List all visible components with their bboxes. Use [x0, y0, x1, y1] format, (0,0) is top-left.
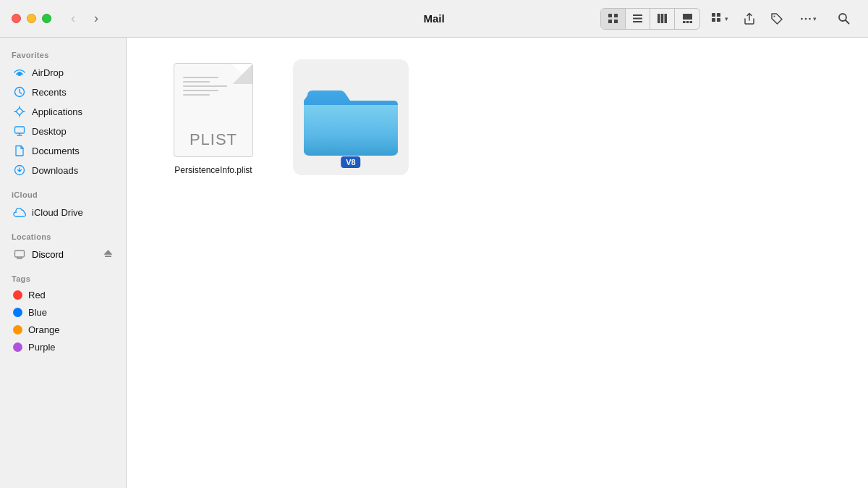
desktop-label: Desktop	[32, 126, 67, 137]
plist-line-2	[183, 81, 210, 83]
purple-tag-dot	[13, 342, 22, 352]
blue-tag-label: Blue	[28, 307, 47, 318]
list-view-button[interactable]	[626, 9, 650, 29]
plist-line-4	[183, 90, 218, 91]
sidebar-item-discord[interactable]: Discord	[13, 248, 64, 261]
view-group	[600, 8, 700, 30]
tag-button[interactable]	[764, 6, 790, 32]
title-bar: ‹ › Mail	[0, 0, 868, 38]
plist-file-name: PersistenceInfo.plist	[174, 165, 252, 175]
favorites-section-title: Favorites	[0, 46, 126, 62]
sidebar-item-applications[interactable]: Applications	[4, 102, 122, 121]
main-area: Favorites AirDrop Recents	[0, 38, 868, 488]
sidebar-item-documents[interactable]: Documents	[4, 141, 122, 160]
recents-icon	[13, 85, 26, 98]
more-button-wrapper: ▾	[791, 6, 825, 32]
purple-tag-label: Purple	[28, 342, 56, 353]
folder-icon	[304, 77, 398, 157]
sidebar-item-desktop[interactable]: Desktop	[4, 122, 122, 140]
traffic-lights	[12, 14, 51, 23]
sidebar-item-tag-blue[interactable]: Blue	[4, 304, 122, 321]
airdrop-label: AirDrop	[32, 67, 64, 78]
svg-line-23	[846, 20, 849, 24]
svg-rect-25	[15, 127, 25, 133]
downloads-label: Downloads	[32, 165, 78, 176]
svg-rect-14	[712, 13, 715, 17]
toolbar-right: ▾ ▾	[600, 6, 856, 32]
close-button[interactable]	[12, 14, 21, 23]
downloads-icon	[13, 164, 26, 177]
desktop-icon	[13, 125, 26, 138]
plist-file-icon: PLIST	[174, 63, 253, 157]
orange-tag-dot	[13, 325, 22, 335]
more-button[interactable]: ▾	[791, 6, 825, 32]
content-area: PLIST PersistenceInfo.plist	[127, 38, 868, 488]
icloud-icon	[13, 206, 26, 219]
folder-icon-wrapper: V8	[293, 59, 409, 175]
svg-point-18	[774, 15, 775, 17]
plist-line-3	[183, 85, 227, 87]
column-view-button[interactable]	[650, 9, 675, 29]
svg-rect-15	[717, 13, 720, 17]
svg-rect-27	[15, 251, 25, 257]
svg-rect-28	[105, 256, 111, 257]
sidebar-item-tag-red[interactable]: Red	[4, 287, 122, 303]
svg-point-19	[801, 17, 803, 20]
discord-label: Discord	[32, 249, 64, 260]
group-button-wrapper: ▾	[705, 6, 735, 32]
share-button[interactable]	[736, 6, 762, 32]
applications-icon	[13, 105, 26, 118]
svg-rect-7	[658, 14, 660, 23]
gallery-view-button[interactable]	[675, 9, 699, 29]
sidebar-item-downloads[interactable]: Downloads	[4, 161, 122, 180]
svg-rect-10	[683, 14, 692, 20]
svg-rect-11	[683, 21, 686, 23]
documents-label: Documents	[32, 146, 80, 156]
maximize-button[interactable]	[42, 14, 51, 23]
applications-label: Applications	[32, 106, 82, 117]
svg-rect-5	[633, 18, 642, 20]
icloud-drive-label: iCloud Drive	[32, 207, 83, 218]
red-tag-dot	[13, 290, 22, 300]
grid-view-button[interactable]	[601, 9, 626, 29]
sidebar-item-recents[interactable]: Recents	[4, 83, 122, 101]
plist-file-item[interactable]: PLIST PersistenceInfo.plist	[156, 59, 271, 175]
svg-rect-13	[689, 21, 692, 23]
svg-point-20	[805, 17, 807, 20]
forward-button[interactable]: ›	[86, 9, 106, 29]
svg-rect-4	[633, 14, 642, 16]
window-title: Mail	[423, 12, 444, 25]
recents-label: Recents	[32, 87, 67, 98]
svg-point-21	[809, 17, 811, 20]
minimize-button[interactable]	[27, 14, 36, 23]
svg-rect-12	[686, 21, 689, 23]
plist-line-1	[183, 77, 218, 78]
back-button[interactable]: ‹	[63, 9, 83, 29]
v8-folder-item[interactable]: V8	[293, 59, 409, 175]
svg-rect-6	[633, 21, 642, 22]
plist-line-5	[183, 94, 210, 96]
svg-rect-8	[661, 14, 664, 23]
svg-rect-9	[665, 14, 668, 23]
plist-icon-wrapper: PLIST	[167, 59, 260, 161]
group-button[interactable]: ▾	[705, 6, 735, 32]
svg-rect-3	[614, 20, 618, 23]
locations-section-title: Locations	[0, 228, 126, 244]
svg-rect-0	[608, 14, 612, 17]
search-button[interactable]	[830, 6, 856, 32]
sidebar-item-tag-purple[interactable]: Purple	[4, 339, 122, 356]
folder-badge: V8	[341, 156, 360, 168]
eject-button[interactable]	[103, 248, 113, 261]
sidebar-item-tag-orange[interactable]: Orange	[4, 321, 122, 338]
svg-rect-1	[614, 14, 618, 17]
plist-type-label: PLIST	[190, 130, 237, 149]
icloud-section-title: iCloud	[0, 186, 126, 202]
nav-buttons: ‹ ›	[63, 9, 106, 29]
discord-location-row: Discord	[4, 245, 122, 264]
documents-icon	[13, 144, 26, 157]
sidebar-item-icloud-drive[interactable]: iCloud Drive	[4, 203, 122, 222]
discord-drive-icon	[13, 248, 26, 261]
blue-tag-dot	[13, 308, 22, 317]
sidebar-item-airdrop[interactable]: AirDrop	[4, 63, 122, 82]
svg-rect-17	[717, 18, 720, 22]
